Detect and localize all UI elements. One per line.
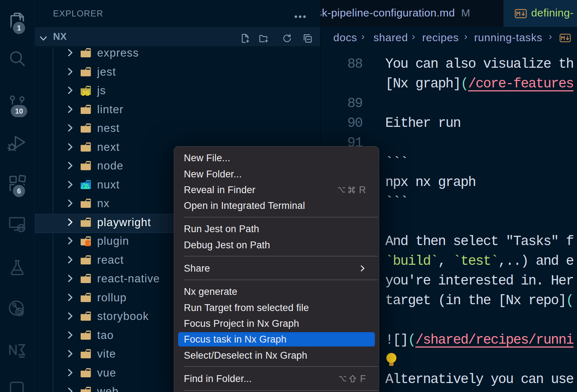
svg-text:JS: JS xyxy=(81,90,90,96)
